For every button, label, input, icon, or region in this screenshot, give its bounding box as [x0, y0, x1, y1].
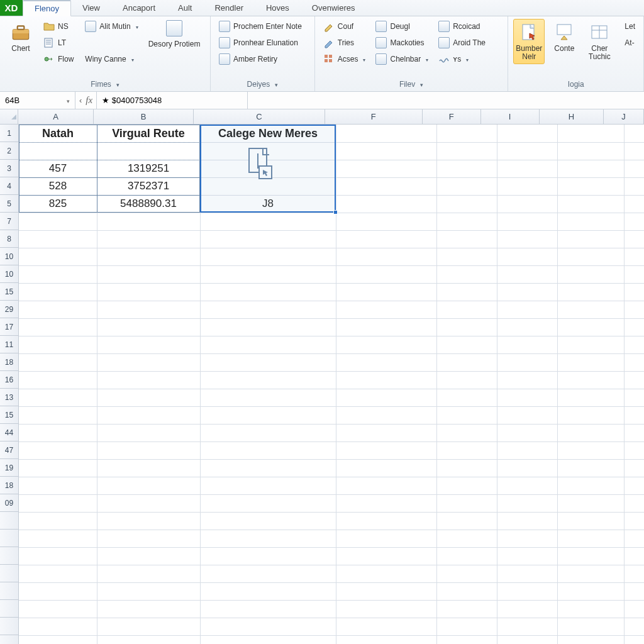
select-all-corner[interactable] — [0, 109, 18, 124]
amber-retiry-button[interactable]: Amber Retiry — [216, 52, 305, 67]
dropdown-icon — [424, 55, 428, 64]
tab-hoves[interactable]: Hoves — [255, 0, 301, 16]
row-header-6[interactable]: 7 — [0, 213, 18, 230]
row-header-17[interactable]: 15 — [0, 406, 18, 424]
row-header-18[interactable]: 44 — [0, 424, 18, 441]
row-header-11[interactable]: 29 — [0, 301, 18, 318]
cell-a3[interactable]: 457 — [19, 160, 97, 177]
deugl-button[interactable]: Deugl — [372, 19, 431, 34]
row-header-5[interactable]: 5 — [0, 195, 18, 213]
tab-flenoy[interactable]: Flenoy — [23, 0, 71, 16]
row-header-1[interactable]: 1 — [0, 125, 18, 142]
chelnbar-button[interactable]: Chelnbar — [372, 52, 431, 67]
rcoicad-button[interactable]: Rcoicad — [435, 19, 489, 34]
at-button[interactable]: At- — [621, 35, 638, 50]
row-header-extra[interactable] — [0, 635, 18, 644]
dropdown-icon — [361, 55, 365, 64]
dialog-launcher-icon[interactable] — [419, 80, 423, 89]
row-header-16[interactable]: 13 — [0, 389, 18, 406]
canne-button[interactable]: Winy Canne — [82, 52, 141, 67]
row-headers: 1234578101015291711181613154447191809 — [0, 125, 19, 644]
row-header-15[interactable]: 16 — [0, 371, 18, 389]
aroid-the-button[interactable]: Aroid The — [435, 35, 489, 50]
conte-button[interactable]: Conte — [548, 19, 580, 56]
cher-tuchic-button[interactable]: Cher Tuchic — [584, 19, 615, 64]
name-box[interactable]: 64B — [0, 92, 75, 109]
row-header-extra[interactable] — [0, 530, 18, 547]
dialog-launcher-icon[interactable] — [274, 80, 278, 89]
row-header-8[interactable]: 10 — [0, 248, 18, 265]
row-header-extra[interactable] — [0, 565, 18, 582]
col-header-i[interactable]: I — [481, 109, 540, 124]
row-header-extra[interactable] — [0, 582, 18, 600]
couf-button[interactable]: Couf — [320, 19, 369, 34]
app-badge[interactable]: XD — [0, 0, 23, 16]
paste-preview-icon — [245, 147, 275, 182]
pronhear-elunation-button[interactable]: Pronhear Elunation — [216, 35, 305, 50]
panel-icon — [166, 20, 182, 36]
dialog-launcher-icon[interactable] — [115, 80, 119, 89]
cell-b3[interactable]: 1319251 — [97, 160, 200, 177]
fx-icon[interactable]: fx — [86, 95, 92, 106]
tab-ault[interactable]: Ault — [167, 0, 203, 16]
dropdown-icon — [130, 55, 134, 64]
tries-button[interactable]: Tries — [320, 35, 369, 50]
tab-ovenwieres[interactable]: Ovenwieres — [301, 0, 367, 16]
chert-button[interactable]: Chert — [5, 19, 36, 56]
col-header-f[interactable]: F — [325, 109, 423, 124]
row-header-extra[interactable] — [0, 600, 18, 618]
lt-button[interactable]: LT — [40, 35, 77, 50]
row-header-14[interactable]: 18 — [0, 353, 18, 371]
row-header-13[interactable]: 11 — [0, 336, 18, 353]
cell-c5[interactable]: J8 — [200, 195, 336, 213]
row-header-19[interactable]: 47 — [0, 441, 18, 459]
acses-button[interactable]: Acses — [320, 52, 369, 67]
flow-button[interactable]: Flow — [40, 52, 77, 67]
expand-icon[interactable]: ‹ — [79, 96, 82, 105]
doc-icon — [438, 37, 450, 48]
row-header-21[interactable]: 18 — [0, 477, 18, 494]
tab-ancaport[interactable]: Ancaport — [111, 0, 167, 16]
cell-b5[interactable]: 5488890.31 — [97, 195, 200, 213]
col-header-f[interactable]: F — [423, 109, 481, 124]
formula-input[interactable]: ★ $0400753048 — [97, 92, 248, 109]
tab-view[interactable]: View — [71, 0, 111, 16]
group-label-fimes: Fimes — [91, 80, 111, 89]
ys-button[interactable]: ʏs — [435, 52, 489, 67]
svg-rect-8 — [325, 55, 328, 58]
header-natah[interactable]: Natah — [19, 125, 97, 142]
row-header-4[interactable]: 4 — [0, 177, 18, 195]
col-header-h[interactable]: H — [540, 109, 604, 124]
ribbon-group-fimes: Chert NS LT Flow Alit Mutin Winy Canne D… — [0, 16, 211, 91]
protiem-button[interactable]: Desory Protiem — [145, 19, 204, 50]
ns-button[interactable]: NS — [40, 19, 77, 34]
row-header-2[interactable]: 2 — [0, 142, 18, 160]
cell-a4[interactable]: 528 — [19, 177, 97, 195]
header-virgual-reute[interactable]: Virgual Reute — [97, 125, 200, 142]
col-header-j[interactable]: J — [604, 109, 644, 124]
group-label-deiyes: Deiyes — [247, 80, 270, 89]
row-header-20[interactable]: 19 — [0, 459, 18, 477]
mutin-button[interactable]: Alit Mutin — [82, 19, 141, 34]
cell-a5[interactable]: 825 — [19, 195, 97, 213]
row-header-extra[interactable] — [0, 547, 18, 565]
col-header-c[interactable]: C — [194, 109, 325, 124]
row-header-extra[interactable] — [0, 512, 18, 530]
header-calege-new-meres[interactable]: Calege New Meres — [200, 125, 336, 142]
row-header-3[interactable]: 3 — [0, 160, 18, 177]
col-header-b[interactable]: B — [94, 109, 194, 124]
bumber-nelr-button[interactable]: Bumber Nelr — [513, 19, 545, 64]
row-header-extra[interactable] — [0, 618, 18, 635]
mackoties-button[interactable]: Mackoties — [372, 35, 431, 50]
dropdown-icon — [464, 55, 469, 64]
row-header-9[interactable]: 10 — [0, 265, 18, 283]
row-header-10[interactable]: 15 — [0, 283, 18, 301]
row-header-7[interactable]: 8 — [0, 230, 18, 248]
col-header-a[interactable]: A — [18, 109, 94, 124]
row-header-12[interactable]: 17 — [0, 318, 18, 336]
tab-rendler[interactable]: Rendler — [203, 0, 255, 16]
prochem-enter-note-button[interactable]: Prochem Enter Note — [216, 19, 305, 34]
row-header-22[interactable]: 09 — [0, 494, 18, 512]
cell-b4[interactable]: 3752371 — [97, 177, 200, 195]
let-button[interactable]: Let — [621, 19, 638, 34]
